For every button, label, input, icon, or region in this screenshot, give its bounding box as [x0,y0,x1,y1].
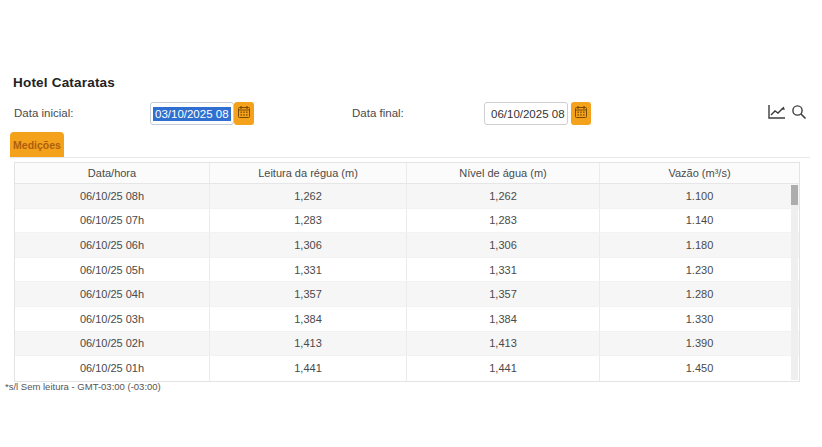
table-row: 06/10/25 06h1,3061,3061.180 [15,233,799,258]
end-date-calendar-button[interactable] [571,102,591,125]
chart-icon[interactable] [768,104,786,123]
table-cell: 1.390 [600,332,799,356]
page: Hotel Cataratas Data inicial: 03/10/2025… [0,0,822,447]
table-cell: 06/10/25 08h [15,184,210,208]
scrollbar-thumb[interactable] [791,185,798,205]
measurements-table: Data/hora Leitura da régua (m) Nível de … [14,162,800,382]
table-cell: 1,413 [407,332,600,356]
tabbar-divider [10,157,810,158]
table-cell: 1.180 [600,233,799,257]
table-row: 06/10/25 07h1,2831,2831.140 [15,209,799,234]
table-scrollbar[interactable] [791,185,798,380]
column-header-data-hora: Data/hora [15,163,210,183]
table-cell: 1,441 [407,356,600,381]
tab-medicoes-label: Medições [13,139,61,151]
end-date-input[interactable]: 06/10/2025 08 [484,102,568,125]
calendar-icon [575,106,587,121]
table-row: 06/10/25 04h1,3571,3571.280 [15,282,799,307]
table-cell: 1,283 [407,209,600,233]
table-cell: 06/10/25 04h [15,282,210,306]
table-cell: 1,262 [210,184,407,208]
table-cell: 1.280 [600,282,799,306]
start-date-input[interactable]: 03/10/2025 08 [150,102,234,125]
table-cell: 1.450 [600,356,799,381]
page-title: Hotel Cataratas [13,75,115,90]
column-header-leitura-regua: Leitura da régua (m) [210,163,407,183]
table-row: 06/10/25 01h1,4411,4411.450 [15,356,799,381]
table-cell: 06/10/25 06h [15,233,210,257]
column-header-vazao: Vazão (m³/s) [600,163,799,183]
start-date-calendar-button[interactable] [234,102,254,125]
table-body: 06/10/25 08h1,2621,2621.10006/10/25 07h1… [15,184,799,381]
table-cell: 1.100 [600,184,799,208]
search-icon[interactable] [791,104,807,123]
table-cell: 06/10/25 02h [15,332,210,356]
table-cell: 06/10/25 05h [15,258,210,282]
table-cell: 1,441 [210,356,407,381]
table-cell: 06/10/25 01h [15,356,210,381]
table-cell: 06/10/25 07h [15,209,210,233]
table-cell: 1.330 [600,307,799,331]
calendar-icon [238,106,250,121]
table-cell: 1,357 [407,282,600,306]
start-date-label: Data inicial: [14,107,73,119]
table-row: 06/10/25 02h1,4131,4131.390 [15,332,799,357]
table-cell: 1,331 [210,258,407,282]
table-row: 06/10/25 05h1,3311,3311.230 [15,258,799,283]
table-cell: 1,384 [407,307,600,331]
table-cell: 1,413 [210,332,407,356]
start-date-value: 03/10/2025 08 [153,107,231,121]
table-cell: 1,262 [407,184,600,208]
tab-medicoes[interactable]: Medições [10,132,64,158]
table-cell: 1.140 [600,209,799,233]
table-cell: 1.230 [600,258,799,282]
table-cell: 06/10/25 03h [15,307,210,331]
table-cell: 1,357 [210,282,407,306]
table-cell: 1,331 [407,258,600,282]
table-header-row: Data/hora Leitura da régua (m) Nível de … [15,163,799,184]
table-row: 06/10/25 03h1,3841,3841.330 [15,307,799,332]
column-header-nivel-agua: Nível de água (m) [407,163,600,183]
end-date-label: Data final: [352,107,404,119]
table-cell: 1,306 [407,233,600,257]
end-date-value: 06/10/2025 08 [491,108,565,120]
table-cell: 1,384 [210,307,407,331]
footnote: *s/l Sem leitura - GMT-03:00 (-03:00) [5,381,161,392]
table-cell: 1,283 [210,209,407,233]
table-cell: 1,306 [210,233,407,257]
table-row: 06/10/25 08h1,2621,2621.100 [15,184,799,209]
